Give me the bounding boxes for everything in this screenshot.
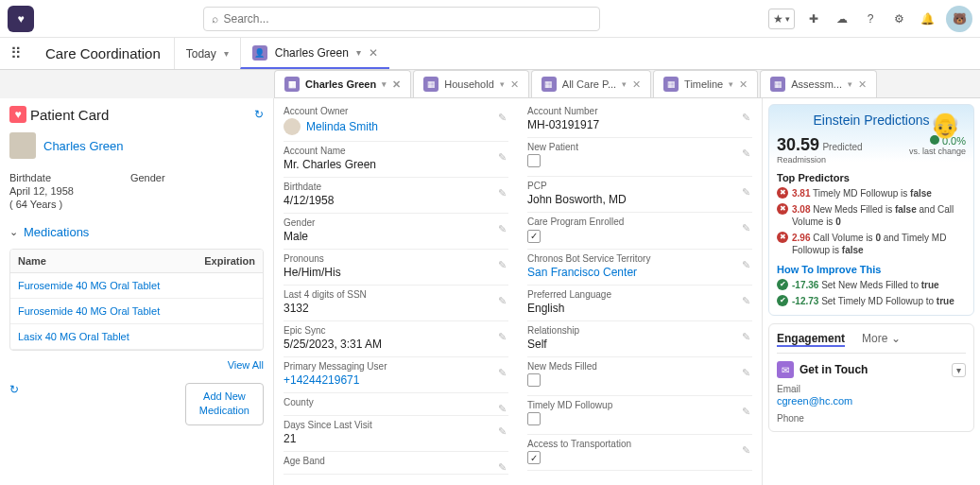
expand-button[interactable]: ▾	[952, 363, 966, 377]
person-account-icon: 👤	[252, 45, 267, 61]
prediction-score: 30.59	[777, 135, 819, 154]
global-search[interactable]: ⌕	[203, 7, 600, 31]
field-label: New Patient	[527, 142, 752, 152]
edit-pencil-icon[interactable]: ✎	[498, 187, 507, 199]
edit-pencil-icon[interactable]: ✎	[742, 367, 750, 379]
chevron-down-icon[interactable]: ▾	[622, 79, 627, 89]
nav-tab-label: Charles Green	[275, 46, 349, 60]
nav-tab-charles-green[interactable]: 👤 Charles Green ▾ ✕	[240, 38, 389, 69]
improve-heading[interactable]: How To Improve This	[777, 264, 966, 275]
edit-pencil-icon[interactable]: ✎	[742, 444, 750, 457]
chevron-down-icon[interactable]: ▾	[382, 79, 387, 89]
edit-pencil-icon[interactable]: ✎	[498, 223, 507, 235]
edit-pencil-icon[interactable]: ✎	[498, 112, 507, 124]
edit-pencil-icon[interactable]: ✎	[498, 367, 507, 379]
close-icon[interactable]: ✕	[858, 78, 867, 91]
nav-tab-today[interactable]: Today ▾	[174, 38, 240, 69]
email-label: Email	[777, 384, 966, 394]
record-icon: ▦	[663, 77, 679, 92]
edit-pencil-icon[interactable]: ✎	[498, 331, 507, 343]
checkbox	[527, 373, 541, 387]
edit-pencil-icon[interactable]: ✎	[742, 112, 750, 124]
sub-tab[interactable]: ▦Charles Green▾✕	[274, 70, 411, 97]
edit-pencil-icon[interactable]: ✎	[742, 186, 750, 199]
add-new-medication-button[interactable]: Add New Medication	[185, 383, 264, 425]
detail-field: PronounsHe/Him/His✎	[284, 250, 508, 286]
close-icon[interactable]: ✕	[510, 78, 519, 91]
prediction-score-label: Predicted	[822, 142, 862, 152]
positive-bullet-icon: ✔	[777, 295, 788, 306]
app-launcher-icon[interactable]: ⠿	[0, 38, 32, 69]
chevron-down-icon[interactable]: ▾	[500, 79, 505, 89]
help-icon[interactable]: ?	[861, 9, 880, 28]
close-icon[interactable]: ✕	[632, 78, 641, 91]
medication-link[interactable]: Furosemide 40 MG Oral Tablet	[18, 305, 160, 317]
field-label: Account Name	[284, 146, 508, 156]
birthdate-label: Birthdate	[9, 172, 74, 183]
close-icon[interactable]: ✕	[369, 46, 378, 60]
medication-row: Furosemide 40 MG Oral Tablet	[10, 299, 263, 324]
refresh-icon[interactable]: ↻	[254, 108, 264, 121]
sub-tab[interactable]: ▦Assessm...▾✕	[760, 70, 877, 97]
edit-pencil-icon[interactable]: ✎	[498, 425, 507, 438]
field-value-link[interactable]: Melinda Smith	[306, 120, 378, 133]
search-icon: ⌕	[212, 12, 218, 26]
email-value-link[interactable]: cgreen@hc.com	[777, 395, 852, 407]
chevron-down-icon[interactable]: ▾	[848, 79, 852, 89]
field-value-link[interactable]: San Francisco Center	[527, 266, 637, 279]
detail-field: Account NameMr. Charles Green✎	[284, 142, 508, 178]
edit-pencil-icon[interactable]: ✎	[742, 147, 750, 160]
detail-field: Preferred LanguageEnglish✎	[527, 286, 752, 321]
nav-tab-label: Today	[186, 47, 216, 61]
setup-gear-icon[interactable]: ⚙	[889, 9, 908, 28]
app-logo-icon[interactable]: ♥	[8, 6, 34, 32]
edit-pencil-icon[interactable]: ✎	[742, 295, 750, 307]
sub-tab[interactable]: ▦All Care P...▾✕	[531, 70, 651, 97]
detail-field: Timely MD Followup✎	[527, 396, 752, 435]
detail-field: Age Band✎	[284, 452, 508, 475]
medication-link[interactable]: Furosemide 40 MG Oral Tablet	[18, 280, 160, 291]
field-label: Age Band	[284, 456, 508, 466]
salesforce-icon[interactable]: ☁	[833, 9, 851, 28]
field-label: Gender	[284, 217, 508, 228]
user-avatar[interactable]: 🐻	[946, 6, 972, 32]
edit-pencil-icon[interactable]: ✎	[742, 259, 750, 271]
field-label: Timely MD Followup	[527, 400, 752, 410]
owner-avatar	[284, 118, 301, 135]
edit-pencil-icon[interactable]: ✎	[742, 406, 750, 418]
search-input[interactable]	[224, 12, 592, 26]
chevron-down-icon[interactable]: ▾	[356, 47, 361, 58]
medications-section-toggle[interactable]: ⌄ Medications	[9, 225, 264, 239]
field-value: John Bosworth, MD	[527, 193, 752, 206]
edit-pencil-icon[interactable]: ✎	[498, 461, 507, 474]
field-label: Pronouns	[284, 253, 508, 264]
detail-field: Birthdate4/12/1958✎	[284, 178, 508, 214]
view-all-link[interactable]: View All	[228, 359, 264, 371]
field-label: New Meds Filled	[527, 361, 752, 372]
detail-field: New Meds Filled✎	[527, 357, 752, 396]
tab-engagement[interactable]: Engagement	[777, 332, 845, 347]
edit-pencil-icon[interactable]: ✎	[498, 295, 507, 307]
notifications-bell-icon[interactable]: 🔔	[918, 9, 937, 28]
edit-pencil-icon[interactable]: ✎	[498, 403, 507, 415]
close-icon[interactable]: ✕	[739, 78, 748, 91]
edit-pencil-icon[interactable]: ✎	[498, 259, 507, 271]
sub-tab[interactable]: ▦Timeline▾✕	[653, 70, 758, 97]
field-value-link[interactable]: +14244219671	[284, 373, 359, 387]
add-icon[interactable]: ✚	[804, 9, 823, 28]
refresh-icon[interactable]: ↻	[9, 383, 19, 396]
patient-name-link[interactable]: Charles Green	[43, 139, 124, 153]
medication-link[interactable]: Lasix 40 MG Oral Tablet	[18, 331, 129, 342]
medication-row: Lasix 40 MG Oral Tablet	[10, 324, 263, 350]
favorites-menu[interactable]: ★▾	[768, 9, 795, 29]
tab-more[interactable]: More ⌄	[862, 332, 901, 347]
edit-pencil-icon[interactable]: ✎	[742, 331, 750, 343]
col-expiration: Expiration	[197, 250, 263, 272]
chevron-down-icon[interactable]: ▾	[729, 79, 733, 89]
chevron-down-icon[interactable]: ▾	[224, 48, 229, 59]
edit-pencil-icon[interactable]: ✎	[498, 151, 507, 164]
detail-field: Primary Messaging User+14244219671✎	[284, 357, 508, 393]
sub-tab[interactable]: ▦Household▾✕	[413, 70, 529, 97]
close-icon[interactable]: ✕	[392, 78, 401, 91]
edit-pencil-icon[interactable]: ✎	[742, 222, 750, 234]
